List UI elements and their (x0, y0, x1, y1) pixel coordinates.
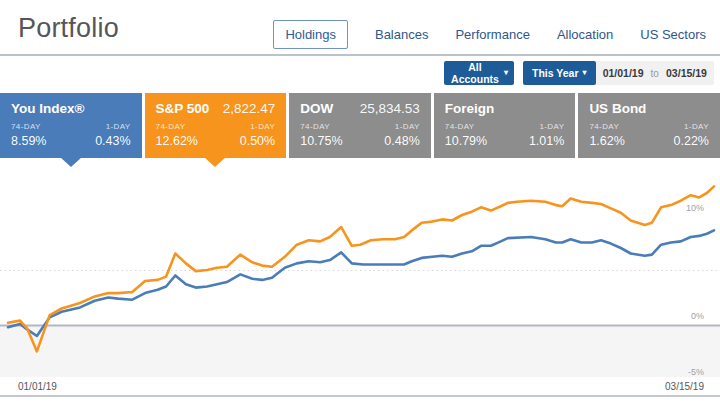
tab-us-sectors[interactable]: US Sectors (640, 27, 706, 42)
ytick-10pct: 10% (686, 203, 704, 213)
selected-pointer (204, 157, 226, 167)
card-header: S&P 500 2,822.47 (156, 101, 276, 116)
card-title: DOW (300, 101, 333, 116)
chevron-down-icon: ▾ (504, 69, 508, 77)
card-index-value: 2,822.47 (223, 101, 276, 116)
performance-chart-canvas (0, 170, 720, 397)
date-from[interactable]: 01/01/19 (603, 67, 644, 79)
date-range: 01/01/19 to 03/15/19 (596, 67, 714, 79)
performance-chart[interactable]: 10% 0% -5% 01/01/19 03/15/19 (0, 170, 720, 397)
card-header: Foreign (445, 101, 565, 116)
ytick-0pct: 0% (691, 311, 704, 321)
timeframe-dropdown[interactable]: This Year ▾ (523, 61, 596, 85)
period-change: 10.79% (445, 134, 487, 148)
timeframe-label: This Year (532, 67, 579, 79)
tab-performance[interactable]: Performance (455, 27, 529, 42)
card-period-values: 1.62% 0.22% (589, 134, 709, 148)
card-period-values: 8.59% 0.43% (11, 134, 131, 148)
card-period-labels: 74-DAY 1-DAY (156, 122, 276, 131)
day-change: 0.22% (674, 134, 709, 148)
period-change: 12.62% (156, 134, 198, 148)
card-period-labels: 74-DAY 1-DAY (589, 122, 709, 131)
period-label: 74-DAY (589, 122, 619, 131)
day-change: 0.50% (240, 134, 275, 148)
period-label: 74-DAY (11, 122, 41, 131)
below-zero-shade (0, 325, 720, 377)
xaxis-start-date: 01/01/19 (18, 381, 57, 392)
day-change: 0.43% (95, 134, 130, 148)
card-index-value: 25,834.53 (360, 101, 420, 116)
card-period-values: 10.75% 0.48% (300, 134, 420, 148)
card-header: You Index® (11, 101, 131, 116)
tab-bar: Holdings Balances Performance Allocation… (273, 20, 706, 49)
card-period-labels: 74-DAY 1-DAY (445, 122, 565, 131)
card-period-values: 10.79% 1.01% (445, 134, 565, 148)
all-accounts-dropdown[interactable]: All Accounts ▾ (444, 61, 514, 85)
portfolio-page: Portfolio Holdings Balances Performance … (0, 0, 720, 405)
day-change: 0.48% (384, 134, 419, 148)
card-foreign[interactable]: Foreign 74-DAY 1-DAY 10.79% 1.01% (434, 93, 576, 158)
period-change: 8.59% (11, 134, 46, 148)
date-to[interactable]: 03/15/19 (666, 67, 707, 79)
chevron-down-icon: ▾ (583, 69, 587, 77)
card-title: US Bond (589, 101, 646, 116)
page-title: Portfolio (18, 13, 119, 44)
period-change: 10.75% (300, 134, 342, 148)
card-sp500[interactable]: S&P 500 2,822.47 74-DAY 1-DAY 12.62% 0.5… (145, 93, 287, 158)
card-title: Foreign (445, 101, 495, 116)
tab-allocation[interactable]: Allocation (557, 27, 613, 42)
all-accounts-label: All Accounts (450, 61, 500, 85)
day-label: 1-DAY (250, 122, 275, 131)
day-label: 1-DAY (539, 122, 564, 131)
index-cards-row: You Index® 74-DAY 1-DAY 8.59% 0.43% S&P … (0, 93, 720, 158)
date-to-word: to (651, 68, 659, 79)
you-index-line (8, 230, 714, 336)
period-label: 74-DAY (300, 122, 330, 131)
card-dow[interactable]: DOW 25,834.53 74-DAY 1-DAY 10.75% 0.48% (289, 93, 431, 158)
period-change: 1.62% (589, 134, 624, 148)
tab-holdings[interactable]: Holdings (273, 20, 348, 49)
card-period-values: 12.62% 0.50% (156, 134, 276, 148)
date-range-strip: This Year ▾ 01/01/19 to 03/15/19 (523, 61, 714, 85)
period-label: 74-DAY (445, 122, 475, 131)
day-label: 1-DAY (684, 122, 709, 131)
card-title: S&P 500 (156, 101, 210, 116)
card-us-bond[interactable]: US Bond 74-DAY 1-DAY 1.62% 0.22% (578, 93, 720, 158)
day-label: 1-DAY (106, 122, 131, 131)
card-period-labels: 74-DAY 1-DAY (300, 122, 420, 131)
card-header: US Bond (589, 101, 709, 116)
card-header: DOW 25,834.53 (300, 101, 420, 116)
card-you-index[interactable]: You Index® 74-DAY 1-DAY 8.59% 0.43% (0, 93, 142, 158)
selected-pointer (60, 157, 82, 167)
card-title: You Index® (11, 101, 84, 116)
day-label: 1-DAY (395, 122, 420, 131)
xaxis-end-date: 03/15/19 (665, 381, 704, 392)
header-divider (0, 54, 720, 56)
bottom-divider (0, 395, 720, 397)
card-period-labels: 74-DAY 1-DAY (11, 122, 131, 131)
period-label: 74-DAY (156, 122, 186, 131)
ytick-neg5pct: -5% (688, 367, 704, 377)
day-change: 1.01% (529, 134, 564, 148)
tab-balances[interactable]: Balances (375, 27, 428, 42)
